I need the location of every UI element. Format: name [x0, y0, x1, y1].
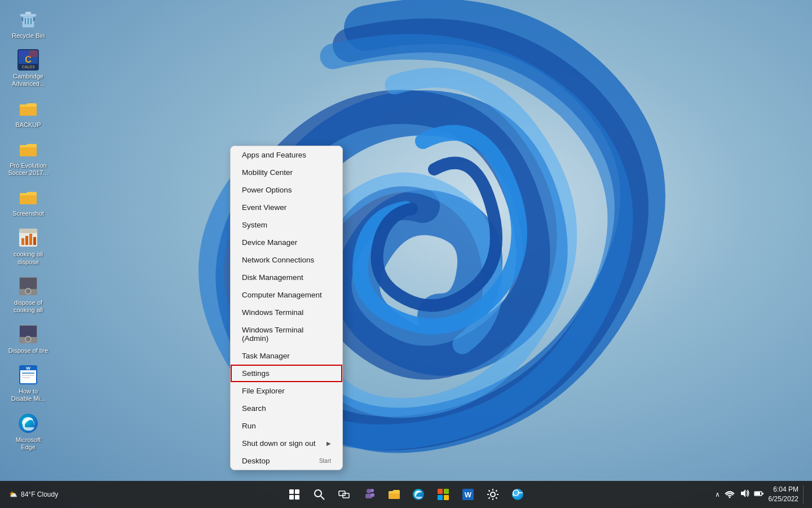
taskbar-right: ∧	[715, 485, 812, 504]
svg-point-27	[26, 337, 30, 341]
taskbar-edge-button[interactable]	[407, 483, 430, 506]
svg-rect-37	[289, 495, 294, 500]
svg-rect-21	[20, 278, 37, 289]
menu-item-run[interactable]: Run	[231, 417, 342, 435]
taskbar-browser-button[interactable]	[506, 483, 529, 506]
menu-item-shut-down[interactable]: Shut down or sign out ▶	[231, 435, 342, 452]
taskbar-left: ⛅ 84°F Cloudy	[0, 491, 63, 498]
menu-item-mobility-center[interactable]: Mobility Center	[231, 164, 342, 181]
desktop-icon-dispose-tire[interactable]: Dispose of tire	[6, 321, 51, 357]
wallpaper	[0, 0, 812, 508]
menu-item-network-connections[interactable]: Network Connections	[231, 251, 342, 269]
menu-item-event-viewer[interactable]: Event Viewer	[231, 199, 342, 216]
dispose-cooking-label: dispose of cooking all	[8, 299, 48, 314]
menu-item-power-options[interactable]: Power Options	[231, 181, 342, 199]
desktop-icons: Recycle Bin C CALD3 Cambridge Advanced..…	[6, 6, 51, 453]
how-to-disable-label: How to Disable Mi...	[8, 388, 48, 402]
svg-point-43	[367, 489, 371, 493]
cooking-oil-label: cooking oil dispose	[8, 251, 48, 265]
taskbar-word-button[interactable]: W	[457, 483, 479, 506]
desktop-start-label: Start	[314, 458, 331, 464]
menu-item-file-explorer[interactable]: File Explorer	[231, 382, 342, 400]
menu-item-disk-management[interactable]: Disk Management	[231, 269, 342, 286]
show-desktop-button[interactable]	[803, 485, 805, 503]
menu-item-windows-terminal[interactable]: Windows Terminal	[231, 304, 342, 321]
taskbar-store-button[interactable]	[432, 483, 454, 506]
taskbar-time[interactable]: 6:04 PM 6/25/2022	[769, 485, 798, 504]
menu-item-system[interactable]: System	[231, 216, 342, 234]
taskbar-file-explorer-button[interactable]	[382, 483, 405, 506]
svg-rect-70	[762, 493, 764, 494]
system-tray: ∧	[715, 491, 720, 498]
svg-line-59	[489, 491, 490, 492]
menu-item-device-manager[interactable]: Device Manager	[231, 234, 342, 251]
svg-line-40	[321, 496, 324, 500]
desktop-icon-how-to-disable[interactable]: W How to Disable Mi...	[6, 361, 51, 405]
power-icon[interactable]	[754, 488, 764, 501]
menu-item-computer-management[interactable]: Computer Management	[231, 286, 342, 304]
show-hidden-icons[interactable]: ∧	[715, 491, 720, 498]
menu-item-windows-terminal-admin[interactable]: Windows Terminal (Admin)	[231, 321, 342, 347]
desktop	[0, 0, 812, 508]
weather-info: 84°F Cloudy	[21, 491, 58, 498]
recycle-bin-icon	[17, 8, 39, 30]
menu-item-task-manager[interactable]: Task Manager	[231, 347, 342, 365]
teams-button[interactable]	[358, 483, 380, 506]
svg-point-45	[370, 489, 374, 492]
pes2017-label: Pro Evolution Soccer 2017...	[8, 162, 48, 177]
svg-text:W: W	[26, 366, 30, 371]
svg-point-66	[729, 497, 730, 498]
date-display: 6/25/2022	[769, 494, 798, 504]
svg-rect-18	[29, 234, 32, 245]
svg-point-39	[315, 490, 321, 497]
dispose-tire-label: Dispose of tire	[8, 347, 48, 354]
backup-icon	[17, 97, 39, 120]
taskbar-search-button[interactable]	[308, 483, 330, 506]
desktop-icon-backup[interactable]: BACKUP	[6, 95, 51, 131]
svg-rect-15	[19, 229, 37, 233]
menu-item-search[interactable]: Search	[231, 400, 342, 417]
svg-rect-13	[29, 50, 38, 57]
svg-rect-36	[295, 489, 299, 494]
temperature: 84°F Cloudy	[21, 491, 58, 498]
cambridge-icon: C CALD3	[17, 49, 39, 71]
volume-icon[interactable]	[739, 488, 749, 501]
recycle-bin-label: Recycle Bin	[12, 32, 45, 40]
svg-text:CALD3: CALD3	[22, 65, 35, 69]
svg-rect-17	[25, 236, 28, 245]
desktop-icon-cooking-oil[interactable]: cooking oil dispose	[6, 224, 51, 268]
desktop-icon-pes2017[interactable]: Pro Evolution Soccer 2017...	[6, 135, 51, 179]
svg-rect-38	[295, 495, 299, 500]
how-to-disable-icon: W	[17, 364, 39, 386]
backup-label: BACKUP	[15, 121, 41, 129]
svg-rect-19	[33, 237, 36, 245]
network-icon[interactable]	[725, 488, 735, 501]
svg-line-62	[489, 497, 490, 498]
desktop-icon-screenshot[interactable]: Screenshot	[6, 183, 51, 220]
start-button[interactable]	[283, 483, 306, 506]
taskbar-center: W	[283, 483, 529, 506]
svg-rect-46	[370, 493, 374, 497]
taskbar-settings-button[interactable]	[482, 483, 504, 506]
svg-line-61	[496, 491, 497, 492]
dispose-tire-icon	[17, 323, 39, 345]
menu-item-settings[interactable]: Settings	[231, 365, 342, 382]
svg-rect-49	[444, 489, 449, 494]
svg-point-23	[26, 289, 30, 294]
menu-item-apps-features[interactable]: Apps and Features	[231, 146, 342, 164]
svg-rect-16	[21, 238, 24, 245]
svg-point-54	[491, 492, 495, 497]
ms-edge-icon	[17, 412, 39, 435]
svg-text:W: W	[465, 491, 472, 499]
task-view-button[interactable]	[333, 483, 355, 506]
desktop-icon-dispose-cooking[interactable]: dispose of cooking all	[6, 273, 51, 316]
time-display: 6:04 PM	[769, 485, 798, 494]
desktop-icon-cambridge[interactable]: C CALD3 Cambridge Advanced...	[6, 46, 51, 90]
svg-marker-67	[741, 489, 745, 497]
desktop-icon-ms-edge[interactable]: Microsoft Edge	[6, 410, 51, 453]
screenshot-label: Screenshot	[12, 210, 44, 217]
desktop-icon-recycle-bin[interactable]: Recycle Bin	[6, 6, 51, 42]
weather-widget[interactable]: ⛅ 84°F Cloudy	[5, 491, 63, 498]
weather-icon: ⛅	[9, 491, 17, 498]
menu-item-desktop[interactable]: Desktop Start	[231, 452, 342, 470]
